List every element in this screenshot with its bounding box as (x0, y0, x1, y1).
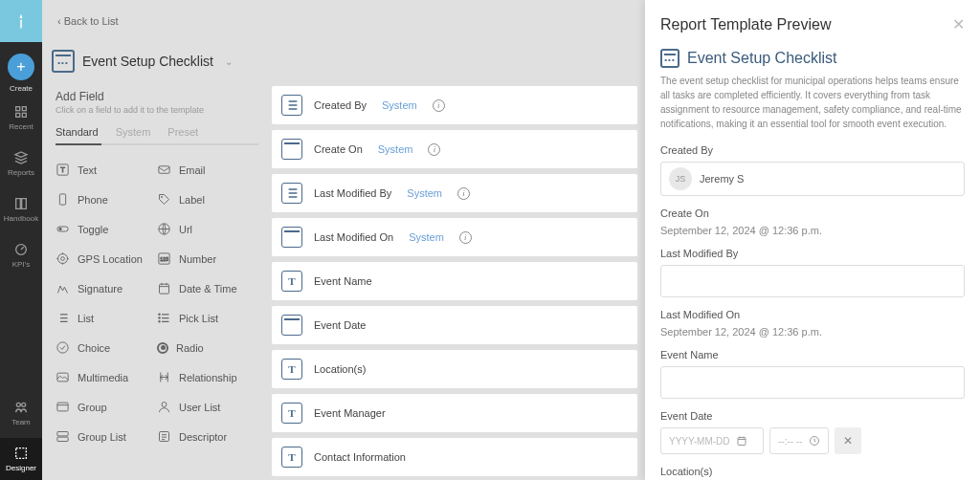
created-by-value: JS Jeremy S (660, 162, 965, 196)
last-modified-on-value: September 12, 2024 @ 12:36 p.m. (660, 326, 965, 338)
template-row[interactable]: TEvent Manager (272, 394, 637, 432)
preview-panel: Report Template Preview ✕ ••• Event Setu… (645, 0, 980, 480)
preview-description: The event setup checklist for municipal … (660, 74, 965, 131)
svg-rect-7 (16, 448, 27, 459)
svg-point-16 (61, 257, 65, 261)
created-by-label: Created By (660, 144, 965, 156)
event-name-label: Event Name (660, 349, 965, 360)
last-modified-on-label: Last Modified On (660, 309, 965, 320)
close-icon[interactable]: ✕ (952, 15, 965, 33)
last-modified-by-value (660, 265, 965, 297)
field-group[interactable]: Group (56, 392, 157, 422)
add-field-title: Add Field (56, 90, 258, 103)
field-gps-location[interactable]: GPS Location (56, 244, 157, 273)
svg-point-24 (57, 342, 68, 353)
svg-text:123: 123 (160, 256, 168, 262)
field-list[interactable]: List (56, 303, 157, 333)
field-relationship[interactable]: Relationship (157, 362, 258, 392)
field-descriptor[interactable]: Descriptor (157, 422, 258, 451)
template-row[interactable]: TContact Information (272, 438, 637, 476)
template-row[interactable]: Event Date (272, 306, 637, 344)
field-multimedia[interactable]: Multimedia (56, 362, 157, 392)
field-radio[interactable]: Radio (157, 333, 258, 362)
calendar-icon (736, 435, 747, 447)
field-palette: Add Field Click on a field to add it to … (42, 80, 272, 480)
last-modified-by-label: Last Modified By (660, 248, 965, 259)
svg-text:T: T (60, 165, 65, 174)
field-pick-list[interactable]: Pick List (157, 303, 258, 333)
svg-point-22 (159, 317, 160, 318)
tab-system[interactable]: System (116, 126, 151, 138)
svg-rect-2 (16, 113, 20, 117)
calendar-icon: ••• (660, 49, 679, 68)
svg-point-23 (159, 321, 160, 322)
locations-label: Location(s) (660, 466, 965, 477)
field-choice[interactable]: Choice (56, 333, 157, 362)
main-area: ‹ Back to List ••• Event Setup Checklist… (42, 0, 645, 480)
svg-rect-1 (22, 107, 26, 111)
tab-standard[interactable]: Standard (56, 126, 99, 138)
field-email[interactable]: Email (157, 155, 258, 185)
field-signature[interactable]: Signature (56, 273, 157, 303)
add-field-sub: Click on a field to add it to the templa… (56, 105, 258, 115)
template-row[interactable]: Last Modified BySystemi (272, 174, 637, 212)
svg-rect-28 (57, 432, 68, 436)
svg-point-14 (59, 228, 62, 230)
template-row[interactable]: Created BySystemi (272, 86, 637, 124)
template-row[interactable]: Last Modified OnSystemi (272, 218, 637, 256)
back-link[interactable]: ‹ Back to List (57, 15, 119, 27)
create-button[interactable]: + (8, 54, 34, 80)
nav-rail: + Create Recent Reports Handbook KPI's T… (0, 0, 42, 480)
field-number[interactable]: 123Number (157, 244, 258, 273)
time-input[interactable]: --:-- -- (769, 427, 829, 454)
svg-rect-0 (16, 107, 20, 111)
clear-date-button[interactable]: ✕ (835, 427, 861, 454)
create-on-value: September 12, 2024 @ 12:36 p.m. (660, 225, 965, 236)
clock-icon (809, 435, 820, 447)
field-url[interactable]: Url (157, 214, 258, 244)
template-row[interactable]: Create OnSystemi (272, 130, 637, 168)
rail-reports[interactable]: Reports (0, 142, 42, 185)
svg-point-6 (22, 403, 26, 406)
avatar: JS (669, 167, 692, 190)
event-date-label: Event Date (660, 410, 965, 422)
template-row[interactable]: TLocation(s) (272, 350, 637, 388)
svg-point-27 (162, 403, 167, 407)
template-title: Event Setup Checklist (82, 54, 213, 69)
field-user-list[interactable]: User List (157, 392, 258, 422)
svg-rect-20 (160, 284, 169, 294)
svg-point-21 (159, 314, 160, 315)
svg-point-5 (16, 403, 20, 406)
svg-rect-10 (159, 166, 169, 174)
field-label[interactable]: Label (157, 185, 258, 214)
template-row[interactable]: TEvent Name (272, 262, 637, 300)
create-label: Create (10, 84, 33, 93)
rail-designer[interactable]: Designer (0, 438, 42, 480)
svg-rect-3 (22, 113, 26, 117)
svg-rect-29 (57, 437, 68, 441)
template-icon: ••• (52, 50, 75, 73)
svg-point-17 (58, 254, 68, 264)
rail-handbook[interactable]: Handbook (0, 188, 42, 230)
field-text[interactable]: TText (56, 155, 157, 185)
template-rows: Created BySystemiCreate OnSystemiLast Mo… (272, 80, 645, 480)
rail-kpis[interactable]: KPI's (0, 234, 42, 276)
svg-point-12 (161, 196, 162, 197)
chevron-down-icon[interactable]: ⌄ (225, 56, 233, 67)
field-group-list[interactable]: Group List (56, 422, 157, 451)
rail-recent[interactable]: Recent (0, 97, 42, 139)
create-on-label: Create On (660, 207, 965, 219)
date-input[interactable]: YYYY-MM-DD (660, 427, 764, 454)
event-name-input[interactable] (660, 366, 965, 399)
tab-preset[interactable]: Preset (167, 126, 198, 138)
field-toggle[interactable]: Toggle (56, 214, 157, 244)
preview-template-name: Event Setup Checklist (687, 50, 837, 67)
app-logo (0, 0, 42, 42)
svg-rect-31 (738, 438, 746, 446)
panel-title: Report Template Preview (660, 16, 831, 33)
field-date-time[interactable]: Date & Time (157, 273, 258, 303)
rail-team[interactable]: Team (0, 392, 42, 434)
svg-rect-11 (59, 194, 65, 205)
svg-rect-26 (57, 403, 68, 411)
field-phone[interactable]: Phone (56, 185, 157, 214)
